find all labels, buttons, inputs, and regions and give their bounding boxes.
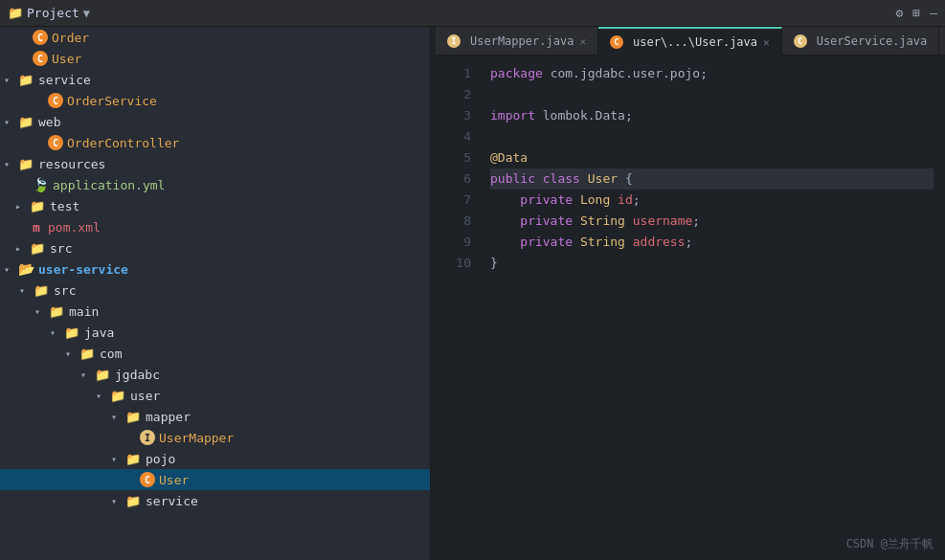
tree-folder-user-pkg[interactable]: ▾ 📁 user — [0, 385, 430, 406]
folder-icon: 📁 — [124, 492, 142, 509]
tree-folder-java[interactable]: ▾ 📁 java — [0, 322, 430, 343]
folder-icon: 📁 — [109, 387, 126, 404]
item-label: main — [69, 304, 99, 319]
tree-folder-mapper[interactable]: ▾ 📁 mapper — [0, 406, 430, 427]
folder-icon: 📁 — [17, 113, 34, 130]
settings-icon[interactable]: ⚙ — [896, 6, 904, 20]
item-label: com — [100, 347, 122, 361]
item-label: service — [38, 73, 91, 87]
code-line-4 — [490, 126, 934, 147]
tab-user[interactable]: C user\...\User.java ✕ — [598, 27, 782, 56]
tree-folder-com[interactable]: ▾ 📁 com — [0, 343, 430, 364]
chevron-down-icon: ▾ — [65, 348, 79, 359]
chevron-down-icon: ▾ — [19, 285, 33, 296]
code-editor[interactable]: 1 2 3 4 5 6 7 8 9 10 package com.jgdabc.… — [436, 56, 945, 560]
folder-icon: 📁 — [48, 302, 65, 320]
chevron-down-icon: ▾ — [96, 391, 109, 401]
tree-folder-web[interactable]: ▾ 📁 web — [0, 111, 430, 132]
code-line-1: package com.jgdabc.user.pojo; — [490, 63, 934, 84]
tree-folder-test[interactable]: ▸ 📁 test — [0, 195, 430, 216]
item-label: OrderController — [67, 136, 179, 150]
item-label: resources — [38, 157, 105, 171]
item-label: Order — [52, 31, 89, 45]
tree-folder-resources[interactable]: ▾ 📁 resources — [0, 153, 430, 174]
tree-item-user-selected[interactable]: C User — [0, 469, 430, 490]
file-tree: C Order C User ▾ 📁 service C OrderServic… — [0, 27, 431, 560]
item-label: application.yml — [53, 178, 165, 192]
code-content[interactable]: package com.jgdabc.user.pojo; import lom… — [479, 56, 945, 560]
main-layout: C Order C User ▾ 📁 service C OrderServic… — [0, 27, 945, 560]
item-label: test — [50, 199, 79, 213]
code-line-10: } — [490, 253, 934, 274]
class-icon: C — [33, 51, 48, 66]
class-icon: C — [48, 93, 63, 108]
tree-item-order[interactable]: C Order — [0, 27, 430, 48]
item-label: pom.xml — [48, 220, 101, 235]
tab-label: user\...\User.java — [633, 35, 757, 49]
tree-item-application-yml[interactable]: 🍃 application.yml — [0, 174, 430, 195]
class-icon: C — [140, 472, 155, 487]
editor-tabs: I UserMapper.java ✕ C user\...\User.java… — [436, 27, 945, 56]
item-label: OrderService — [67, 94, 157, 108]
tree-folder-service2[interactable]: ▾ 📁 service — [0, 490, 430, 511]
chevron-down-icon: ▾ — [111, 412, 124, 422]
layout-icon[interactable]: ⊞ — [912, 6, 920, 20]
code-line-8: private String username; — [490, 211, 934, 232]
class-icon: C — [48, 135, 63, 150]
tab-close-icon[interactable]: ✕ — [763, 36, 770, 49]
tab-label: UserMapper.java — [470, 34, 574, 48]
code-line-3: import lombok.Data; — [490, 105, 934, 126]
project-title[interactable]: 📁 Project ▼ — [8, 6, 90, 20]
tab-userservice[interactable]: C UserService.java — [782, 27, 940, 56]
folder-icon-bold: 📂 — [17, 260, 34, 278]
tree-folder-user-service[interactable]: ▾ 📂 user-service — [0, 258, 430, 280]
tab-icon: I — [447, 34, 461, 48]
folder-icon: 📁 — [8, 6, 23, 20]
tree-folder-service[interactable]: ▾ 📁 service — [0, 69, 430, 90]
tree-item-usermapper[interactable]: I UserMapper — [0, 427, 430, 448]
tree-item-pom-xml[interactable]: m pom.xml — [0, 216, 430, 237]
chevron-down-icon: ▾ — [50, 327, 63, 338]
chevron-down-icon: ▾ — [111, 454, 124, 464]
folder-icon: 📁 — [63, 324, 80, 341]
item-label: web — [38, 115, 60, 129]
folder-icon: 📁 — [124, 450, 142, 467]
chevron-down-icon: ▾ — [34, 306, 48, 317]
tree-folder-src2[interactable]: ▾ 📁 src — [0, 280, 430, 301]
tab-usermapper[interactable]: I UserMapper.java ✕ — [436, 27, 598, 56]
toolbar-icons: ⚙ ⊞ — — [896, 6, 937, 20]
folder-icon: 📁 — [124, 408, 142, 425]
code-line-6: public class User { — [490, 168, 934, 190]
item-label: User — [52, 52, 81, 66]
item-label: src — [50, 241, 72, 256]
item-label: user-service — [38, 262, 128, 277]
watermark: CSDN @兰舟千帆 — [846, 536, 934, 552]
chevron-down-icon: ▾ — [4, 75, 17, 85]
item-label: jgdabc — [115, 368, 160, 382]
code-line-9: private String address; — [490, 232, 934, 253]
item-label: java — [84, 325, 114, 340]
item-label: pojo — [146, 452, 175, 466]
folder-icon: 📁 — [79, 345, 96, 362]
chevron-down-icon: ▾ — [80, 370, 94, 380]
line-numbers: 1 2 3 4 5 6 7 8 9 10 — [436, 56, 479, 560]
item-label: src — [54, 283, 76, 298]
tab-label: UserService.java — [817, 34, 928, 48]
tree-folder-main[interactable]: ▾ 📁 main — [0, 301, 430, 322]
project-label: Project — [27, 6, 79, 20]
tree-folder-src[interactable]: ▸ 📁 src — [0, 237, 430, 258]
folder-icon: 📁 — [29, 197, 46, 214]
tree-folder-pojo[interactable]: ▾ 📁 pojo — [0, 448, 430, 469]
close-icon[interactable]: — — [930, 6, 937, 20]
tree-item-user[interactable]: C User — [0, 48, 430, 69]
code-line-5: @Data — [490, 147, 934, 168]
tab-close-icon[interactable]: ✕ — [579, 35, 586, 48]
item-label: user — [130, 389, 160, 403]
chevron-down-icon: ▾ — [4, 117, 17, 127]
tree-folder-jgdabc[interactable]: ▾ 📁 jgdabc — [0, 364, 430, 385]
folder-icon: 📁 — [33, 281, 50, 299]
spring-icon: 🍃 — [33, 177, 49, 192]
folder-icon: 📁 — [17, 71, 34, 88]
tree-item-orderservice[interactable]: C OrderService — [0, 90, 430, 111]
tree-item-ordercontroller[interactable]: C OrderController — [0, 132, 430, 153]
